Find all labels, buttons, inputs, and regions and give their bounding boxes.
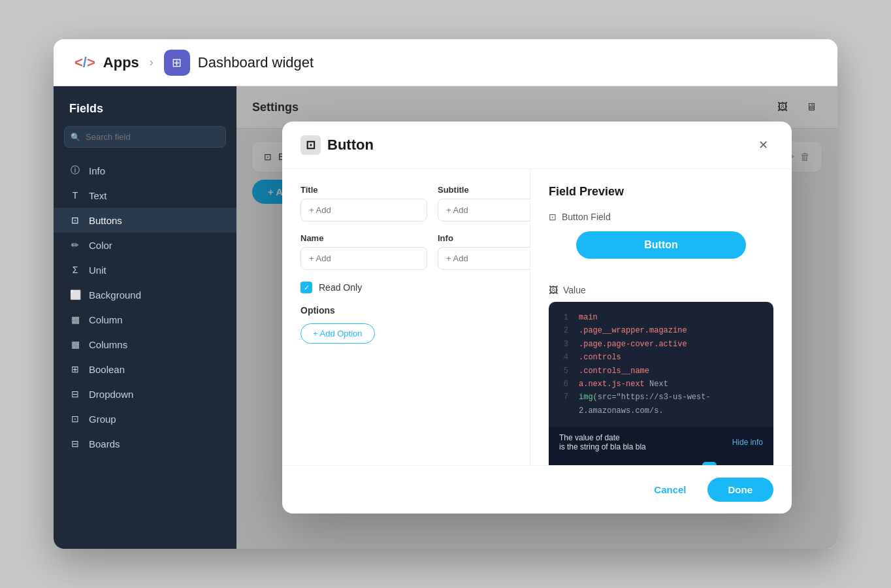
color-icon: ✏ bbox=[69, 239, 81, 251]
add-option-button[interactable]: + Add Option bbox=[300, 323, 375, 344]
value-icon: 🖼 bbox=[549, 285, 558, 295]
info-label: Info bbox=[438, 233, 530, 243]
done-button[interactable]: Done bbox=[707, 478, 774, 502]
preview-field-icon: ⊡ bbox=[549, 212, 557, 222]
sidebar-item-boolean[interactable]: ⊞ Boolean bbox=[54, 357, 236, 382]
readonly-row: ✓ Read Only bbox=[300, 282, 511, 293]
code-line-6: 6 a.next.js-next Next bbox=[559, 378, 763, 391]
line-content-2: .page__wrapper.magazine bbox=[579, 324, 687, 337]
readonly-checkbox[interactable]: ✓ bbox=[300, 282, 312, 293]
footer-line2: is the string of bla bla bla bbox=[559, 442, 646, 451]
preview-field-name: Button Field bbox=[562, 212, 611, 222]
sidebar-item-boards[interactable]: ⊟ Boards bbox=[54, 431, 236, 456]
title-subtitle-row: Title Subtitle bbox=[300, 185, 511, 221]
readonly-label: Read Only bbox=[319, 282, 362, 293]
info-icon: ⓘ bbox=[69, 165, 81, 176]
sidebar-item-label: Color bbox=[89, 240, 112, 251]
name-group: Name bbox=[300, 233, 427, 270]
title-input[interactable] bbox=[300, 199, 427, 221]
line-num-2: 2 bbox=[559, 324, 568, 337]
sidebar-item-label: Buttons bbox=[89, 215, 122, 226]
code-line-2: 2 .page__wrapper.magazine bbox=[559, 324, 763, 337]
subtitle-input[interactable] bbox=[438, 199, 530, 221]
code-footer-text: The value of date is the string of bla b… bbox=[559, 433, 646, 451]
search-input[interactable] bbox=[64, 126, 226, 148]
options-section-title: Options bbox=[300, 305, 511, 316]
close-button[interactable]: ✕ bbox=[753, 135, 773, 155]
buttons-icon: ⊡ bbox=[69, 214, 81, 226]
code-footer: The value of date is the string of bla b… bbox=[549, 427, 773, 458]
logo-icon: </> bbox=[74, 54, 95, 71]
group-icon: ⊡ bbox=[69, 413, 81, 425]
code-snippet-row: const color = settings.color; ⧉ bbox=[549, 458, 773, 465]
line-num-1: 1 bbox=[559, 311, 568, 324]
preview-title: Field Preview bbox=[549, 185, 773, 199]
code-line-7: 7 img(src="https://s3-us-west-2.amazonaw… bbox=[559, 391, 763, 417]
sidebar-item-column[interactable]: ▦ Column bbox=[54, 307, 236, 332]
sidebar-item-color[interactable]: ✏ Color bbox=[54, 233, 236, 257]
line-content-4: .controls bbox=[579, 351, 621, 364]
search-field-wrapper: 🔍 bbox=[64, 126, 226, 148]
line-content-1: main bbox=[579, 311, 598, 324]
modal-dialog: ⊡ Button ✕ Title bbox=[282, 122, 792, 514]
sidebar-item-columns[interactable]: ▦ Columns bbox=[54, 332, 236, 357]
line-num-4: 4 bbox=[559, 351, 568, 364]
sidebar-item-text[interactable]: T Text bbox=[54, 183, 236, 208]
code-block: 1 main 2 .page__wrapper.magazine bbox=[549, 302, 773, 465]
background-icon: ⬜ bbox=[69, 289, 81, 301]
sidebar-item-label: Text bbox=[89, 190, 107, 201]
sidebar-item-label: Boolean bbox=[89, 364, 125, 375]
value-label: Value bbox=[563, 285, 586, 295]
sidebar-item-background[interactable]: ⬜ Background bbox=[54, 282, 236, 307]
app-window: </> Apps › ⊞ Dashboard widget Fields 🔍 ⓘ… bbox=[54, 39, 837, 549]
form-pane: Title Subtitle Name bbox=[282, 169, 530, 465]
line-content-7: img(src="https://s3-us-west-2.amazonaws.… bbox=[579, 391, 763, 417]
boards-icon: ⊟ bbox=[69, 438, 81, 449]
cancel-button[interactable]: Cancel bbox=[643, 479, 696, 500]
boolean-icon: ⊞ bbox=[69, 363, 81, 375]
title-group: Title bbox=[300, 185, 427, 221]
sidebar-item-label: Dropdown bbox=[89, 389, 133, 400]
line-content-5: .controls__name bbox=[579, 365, 649, 378]
sidebar-item-dropdown[interactable]: ⊟ Dropdown bbox=[54, 382, 236, 406]
breadcrumb-apps[interactable]: Apps bbox=[103, 54, 139, 71]
sidebar: Fields 🔍 ⓘ Info T Text ⊡ Buttons ✏ Color bbox=[54, 86, 236, 549]
code-footer-row: The value of date is the string of bla b… bbox=[559, 433, 763, 451]
sidebar-item-group[interactable]: ⊡ Group bbox=[54, 406, 236, 431]
breadcrumb-separator: › bbox=[150, 56, 154, 69]
breadcrumb-widget: Dashboard widget bbox=[198, 54, 314, 71]
main-content: Fields 🔍 ⓘ Info T Text ⊡ Buttons ✏ Color bbox=[54, 86, 837, 549]
code-line-4: 4 .controls bbox=[559, 351, 763, 364]
columns-icon: ▦ bbox=[69, 338, 81, 350]
dropdown-icon: ⊟ bbox=[69, 388, 81, 400]
sidebar-item-label: Boards bbox=[89, 438, 120, 449]
modal-body: Title Subtitle Name bbox=[282, 169, 792, 465]
sidebar-title: Fields bbox=[54, 97, 236, 126]
name-input[interactable] bbox=[300, 247, 427, 270]
code-line-5: 5 .controls__name bbox=[559, 365, 763, 378]
sidebar-item-label: Columns bbox=[89, 339, 127, 350]
preview-button[interactable]: Button bbox=[576, 231, 746, 259]
info-input[interactable] bbox=[438, 247, 530, 270]
line-num-3: 3 bbox=[559, 338, 568, 351]
modal-overlay: ⊡ Button ✕ Title bbox=[236, 86, 837, 549]
line-num-6: 6 bbox=[559, 378, 568, 391]
sidebar-item-label: Group bbox=[89, 414, 116, 425]
line-content-3: .page.page-cover.active bbox=[579, 338, 687, 351]
line-num-7: 7 bbox=[559, 391, 568, 417]
info-group: Info bbox=[438, 233, 530, 270]
column-icon: ▦ bbox=[69, 314, 81, 325]
sidebar-item-unit[interactable]: Σ Unit bbox=[54, 257, 236, 282]
name-info-row: Name Info bbox=[300, 233, 511, 270]
sidebar-item-label: Background bbox=[89, 289, 141, 301]
modal-title-text: Button bbox=[327, 137, 374, 154]
top-bar: </> Apps › ⊞ Dashboard widget bbox=[54, 39, 837, 86]
title-label: Title bbox=[300, 185, 427, 195]
hide-info-button[interactable]: Hide info bbox=[732, 438, 763, 447]
modal-footer: Cancel Done bbox=[282, 465, 792, 514]
sidebar-item-label: Info bbox=[89, 165, 105, 176]
sidebar-item-buttons[interactable]: ⊡ Buttons bbox=[54, 208, 236, 233]
preview-field-label: ⊡ Button Field bbox=[549, 212, 773, 222]
subtitle-group: Subtitle bbox=[438, 185, 530, 221]
sidebar-item-info[interactable]: ⓘ Info bbox=[54, 158, 236, 183]
